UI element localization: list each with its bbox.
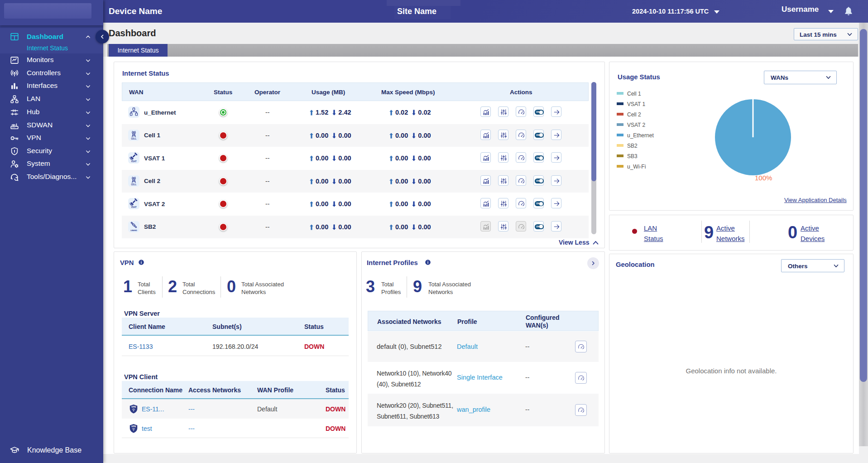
svg-text:CELL: CELL xyxy=(131,137,137,140)
svg-text:VSAT: VSAT xyxy=(131,206,137,208)
svg-text:CELL: CELL xyxy=(131,183,137,185)
svg-text:VSAT: VSAT xyxy=(131,160,137,163)
svg-text:VPN: VPN xyxy=(131,406,136,408)
svg-text:VPN: VPN xyxy=(131,425,136,428)
svg-text:LBAND: LBAND xyxy=(130,229,137,231)
